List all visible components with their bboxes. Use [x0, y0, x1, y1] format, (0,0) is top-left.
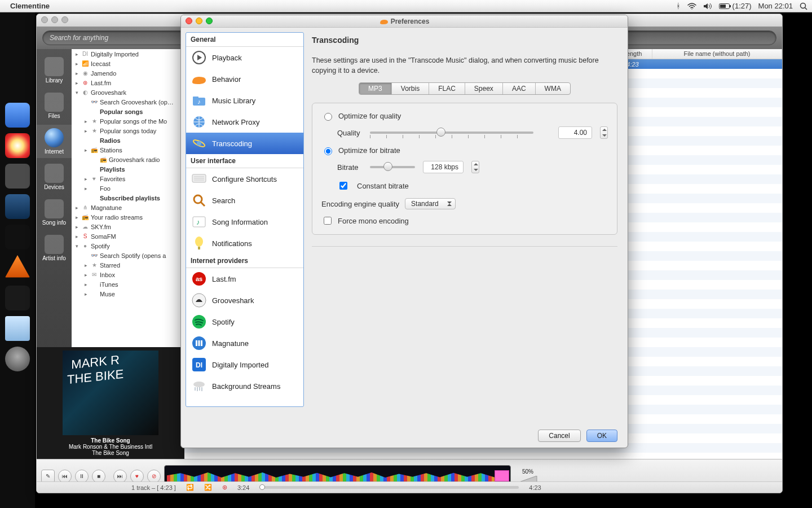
disclosure-icon[interactable]: ▸: [74, 234, 80, 239]
close-icon[interactable]: [186, 17, 192, 24]
pref-item-background-streams[interactable]: Background Streams: [186, 375, 303, 397]
optimize-bitrate-radio[interactable]: Optimize for bitrate: [321, 146, 608, 155]
tree-item[interactable]: ▸iTunes: [72, 279, 184, 289]
dock-terminal-icon[interactable]: [5, 286, 30, 310]
menubar-app-name[interactable]: Clementine: [10, 2, 50, 10]
pref-item-notifications[interactable]: Notifications: [186, 233, 303, 254]
disclosure-icon[interactable]: ▸: [74, 80, 80, 86]
pause-button[interactable]: ⏸: [75, 470, 89, 483]
tree-item[interactable]: ▸⋔Magnatune: [72, 203, 184, 212]
tree-item[interactable]: Popular songs: [72, 107, 184, 116]
tree-item[interactable]: ▸SSomaFM: [72, 231, 184, 241]
disclosure-icon[interactable]: ▸: [74, 205, 80, 211]
pref-item-configure-shortcuts[interactable]: Configure Shortcuts: [186, 168, 303, 190]
tab-vorbis[interactable]: Vorbis: [392, 83, 429, 94]
album-art[interactable]: [63, 351, 158, 435]
tree-item[interactable]: 📻Grooveshark radio: [72, 155, 184, 164]
optimize-quality-radio[interactable]: Optimize for quality: [321, 111, 608, 121]
quality-stepper[interactable]: [600, 126, 608, 139]
tab-wma[interactable]: WMA: [536, 83, 570, 94]
tree-item[interactable]: ▸📻Your radio streams: [72, 212, 184, 222]
pref-item-grooveshark[interactable]: Grooveshark: [186, 290, 303, 311]
tree-item[interactable]: 👓Search Spotify (opens a: [72, 251, 184, 260]
disclosure-icon[interactable]: ▸: [83, 147, 89, 153]
tree-item[interactable]: ▸DIDigitally Imported: [72, 49, 184, 59]
source-tab-devices[interactable]: Devices: [37, 160, 72, 194]
cbr-checkbox[interactable]: [339, 182, 347, 190]
dock-settings-icon[interactable]: [5, 164, 30, 189]
scrobble-icon[interactable]: ⊛: [222, 484, 227, 491]
dock-chrome-icon[interactable]: [5, 133, 30, 158]
disclosure-icon[interactable]: ▸: [83, 128, 89, 134]
source-tab-song-info[interactable]: Song info: [37, 196, 72, 229]
volume-icon[interactable]: [703, 3, 712, 10]
engine-select[interactable]: Standard: [405, 198, 456, 209]
dock-vlc-icon[interactable]: [5, 255, 30, 280]
menubar-clock[interactable]: Mon 22:01: [758, 2, 793, 10]
bitrate-slider[interactable]: [370, 161, 415, 173]
wifi-icon[interactable]: [687, 3, 696, 10]
disclosure-icon[interactable]: ▸: [74, 71, 80, 76]
tab-mp3[interactable]: MP3: [359, 83, 392, 94]
pref-item-music-library[interactable]: ♪Music Library: [186, 90, 303, 111]
tab-aac[interactable]: AAC: [503, 83, 536, 94]
tab-flac[interactable]: FLAC: [429, 83, 465, 94]
tree-item[interactable]: Playlists: [72, 164, 184, 174]
tree-item[interactable]: ▸Foo: [72, 183, 184, 193]
radio-bitrate[interactable]: [324, 147, 332, 155]
spotlight-icon[interactable]: [800, 2, 807, 10]
source-tab-library[interactable]: Library: [37, 54, 72, 87]
minimize-icon[interactable]: [51, 16, 58, 23]
pref-item-digitally-imported[interactable]: DIDigitally Imported: [186, 354, 303, 375]
love-button[interactable]: ♥: [130, 470, 144, 483]
pref-item-behavior[interactable]: Behavior: [186, 68, 303, 90]
disclosure-icon[interactable]: ▸: [83, 186, 89, 191]
col-filename[interactable]: File name (without path): [652, 49, 782, 59]
tree-item[interactable]: ▾●Spotify: [72, 241, 184, 251]
dock-folder-icon[interactable]: [5, 316, 30, 341]
quality-slider[interactable]: [370, 126, 533, 139]
disclosure-icon[interactable]: ▾: [74, 90, 80, 95]
seek-bar[interactable]: [259, 486, 519, 489]
prev-button[interactable]: ⏮: [58, 470, 72, 483]
pref-item-song-information[interactable]: ♪Song Information: [186, 211, 303, 233]
disclosure-icon[interactable]: ▸: [83, 176, 89, 182]
dock-monitor-icon[interactable]: [5, 225, 30, 249]
tree-item[interactable]: Radios: [72, 135, 184, 145]
pref-item-transcoding[interactable]: Transcoding: [186, 133, 303, 154]
next-button[interactable]: ⏭: [113, 470, 127, 483]
disclosure-icon[interactable]: ▸: [74, 51, 80, 57]
bitrate-stepper[interactable]: [471, 161, 479, 173]
disclosure-icon[interactable]: ▸: [74, 214, 80, 220]
disclosure-icon[interactable]: ▸: [83, 119, 89, 124]
tree-item[interactable]: ▸☁SKY.fm: [72, 222, 184, 231]
tree-item[interactable]: ▸📶Icecast: [72, 59, 184, 68]
radio-quality[interactable]: [324, 113, 332, 121]
repeat-icon[interactable]: 🔁: [186, 484, 194, 491]
tree-item[interactable]: ▸★Starred: [72, 260, 184, 270]
mono-checkbox[interactable]: [324, 217, 332, 225]
tree-item[interactable]: ▸♥Favorites: [72, 174, 184, 183]
pref-item-playback[interactable]: Playback: [186, 47, 303, 68]
bluetooth-icon[interactable]: ᚼ: [676, 2, 681, 10]
tree-item[interactable]: ▸★Popular songs today: [72, 126, 184, 135]
bitrate-value[interactable]: 128 kbps: [423, 161, 464, 173]
tree-item[interactable]: ▸⊛Last.fm: [72, 78, 184, 87]
disclosure-icon[interactable]: ▸: [74, 61, 80, 67]
pref-item-network-proxy[interactable]: Network Proxy: [186, 111, 303, 133]
tree-item[interactable]: ▸Muse: [72, 289, 184, 299]
tab-speex[interactable]: Speex: [465, 83, 503, 94]
tree-item[interactable]: ▸✉Inbox: [72, 270, 184, 279]
dock-trash-icon[interactable]: [5, 347, 30, 371]
tree-item[interactable]: Subscribed playlists: [72, 193, 184, 203]
ok-button[interactable]: OK: [586, 430, 617, 442]
source-tab-internet[interactable]: Internet: [37, 125, 72, 158]
pref-item-search[interactable]: Search: [186, 190, 303, 211]
zoom-icon[interactable]: [61, 16, 68, 23]
pref-item-spotify[interactable]: Spotify: [186, 311, 303, 332]
disclosure-icon[interactable]: ▸: [83, 291, 89, 297]
disclosure-icon[interactable]: ▸: [83, 262, 89, 268]
source-tab-files[interactable]: Files: [37, 89, 72, 122]
close-icon[interactable]: [41, 16, 48, 23]
minimize-icon[interactable]: [196, 17, 202, 24]
